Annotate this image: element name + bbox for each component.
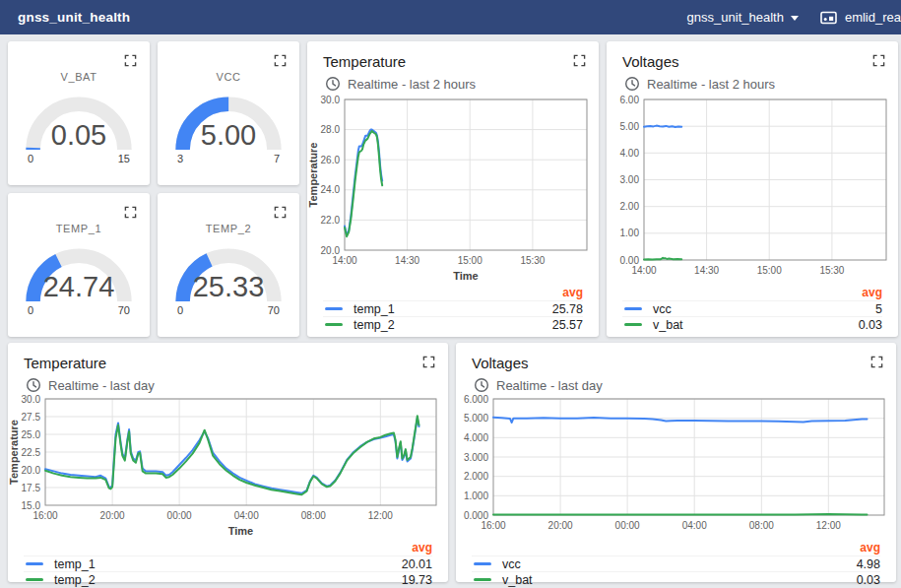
gauge-label: VCC bbox=[158, 71, 299, 83]
chart-subtitle: Realtime - last 2 hours bbox=[325, 76, 583, 92]
svg-text:3.000: 3.000 bbox=[464, 452, 488, 463]
svg-text:20:00: 20:00 bbox=[100, 510, 125, 521]
chart-subtitle-text: Realtime - last day bbox=[48, 378, 155, 393]
series-swatch bbox=[325, 323, 343, 326]
expand-icon[interactable] bbox=[274, 54, 287, 67]
svg-text:16:00: 16:00 bbox=[481, 520, 505, 531]
expand-icon[interactable] bbox=[872, 54, 885, 67]
series-name: temp_2 bbox=[354, 318, 552, 332]
svg-text:20.0: 20.0 bbox=[321, 245, 341, 256]
legend-row-temp_1[interactable]: temp_125.78 bbox=[323, 300, 583, 316]
svg-text:5.00: 5.00 bbox=[620, 121, 640, 132]
chart-canvas: 0.0001.0002.0003.0004.0005.0006.00016:00… bbox=[456, 393, 896, 541]
chart-plot-area: 15.017.520.022.525.027.530.016:0020:0000… bbox=[8, 393, 448, 541]
legend-avg-header: avg bbox=[24, 541, 432, 555]
svg-text:15:30: 15:30 bbox=[819, 265, 844, 276]
chart-card-temperature-2h: Temperature Realtime - last 2 hours 20.0… bbox=[307, 41, 599, 337]
svg-text:28.0: 28.0 bbox=[321, 124, 341, 135]
svg-text:08:00: 08:00 bbox=[301, 510, 326, 521]
chart-title: Voltages bbox=[472, 354, 880, 372]
expand-icon[interactable] bbox=[870, 356, 883, 368]
chart-subtitle: Realtime - last day bbox=[474, 377, 880, 393]
caret-down-icon bbox=[791, 16, 799, 21]
gauge-min: 0 bbox=[177, 304, 183, 316]
svg-text:1.000: 1.000 bbox=[464, 490, 488, 501]
svg-text:15:30: 15:30 bbox=[520, 255, 545, 266]
svg-text:Time: Time bbox=[228, 525, 253, 537]
chart-plot-area: 0.001.002.003.004.005.006.0014:0014:3015… bbox=[607, 92, 898, 286]
chart-legend: avgtemp_125.78temp_225.57 bbox=[307, 286, 599, 332]
gauge-value: 0.05 bbox=[8, 120, 150, 150]
expand-icon[interactable] bbox=[573, 54, 586, 67]
legend-row-vcc[interactable]: vcc4.98 bbox=[472, 555, 880, 571]
series-name: temp_2 bbox=[54, 573, 402, 587]
series-swatch bbox=[26, 562, 43, 565]
series-avg: 5 bbox=[875, 302, 882, 316]
chart-card-temperature-day: Temperature Realtime - last day 15.017.5… bbox=[8, 343, 448, 582]
svg-text:1.00: 1.00 bbox=[620, 228, 640, 238]
legend-row-temp_2[interactable]: temp_219.73 bbox=[24, 571, 432, 587]
series-avg: 19.73 bbox=[402, 573, 432, 587]
gauge-min: 0 bbox=[28, 153, 33, 164]
svg-text:6.000: 6.000 bbox=[464, 394, 488, 405]
svg-text:Temperature: Temperature bbox=[307, 143, 319, 208]
series-swatch bbox=[26, 578, 43, 581]
series-swatch bbox=[624, 323, 642, 326]
svg-text:25.0: 25.0 bbox=[22, 429, 41, 440]
legend-row-v_bat[interactable]: v_bat0.03 bbox=[622, 316, 882, 332]
svg-text:12:00: 12:00 bbox=[816, 520, 841, 531]
svg-text:Time: Time bbox=[453, 270, 478, 282]
gauge-min: 0 bbox=[28, 304, 33, 316]
gauge-minmax: 3 7 bbox=[177, 153, 280, 164]
gauge-value: 24.74 bbox=[8, 272, 150, 301]
series-swatch bbox=[624, 307, 642, 310]
chart-plot-area: 20.022.024.026.028.030.014:0014:3015:001… bbox=[307, 92, 599, 286]
device-selector-label: emlid_rea bbox=[845, 10, 901, 25]
svg-text:0.00: 0.00 bbox=[620, 255, 640, 266]
chart-title: Temperature bbox=[323, 52, 583, 71]
chart-canvas: 15.017.520.022.525.027.530.016:0020:0000… bbox=[8, 393, 448, 541]
svg-text:27.5: 27.5 bbox=[22, 412, 41, 423]
legend-row-temp_2[interactable]: temp_225.57 bbox=[323, 316, 583, 332]
chart-legend: avgvcc4.98v_bat0.03 bbox=[456, 541, 896, 587]
chart-card-voltages-day: Voltages Realtime - last day 0.0001.0002… bbox=[456, 343, 896, 582]
svg-text:14:30: 14:30 bbox=[395, 255, 419, 266]
chart-card-voltages-2h: Voltages Realtime - last 2 hours 0.001.0… bbox=[607, 41, 898, 337]
chart-legend: avgtemp_120.01temp_219.73 bbox=[8, 541, 448, 587]
gauge-minmax: 0 70 bbox=[28, 304, 130, 316]
series-name: temp_1 bbox=[354, 302, 552, 316]
legend-avg-header: avg bbox=[323, 286, 583, 300]
svg-text:00:00: 00:00 bbox=[167, 510, 192, 521]
svg-text:00:00: 00:00 bbox=[615, 520, 640, 531]
gauge-label: TEMP_1 bbox=[8, 223, 150, 234]
expand-icon[interactable] bbox=[124, 206, 137, 219]
clock-icon bbox=[325, 76, 341, 92]
chart-canvas: 0.001.002.003.004.005.006.0014:0014:3015… bbox=[607, 92, 898, 286]
chart-title: Temperature bbox=[24, 354, 432, 372]
chart-plot-area: 0.0001.0002.0003.0004.0005.0006.00016:00… bbox=[456, 393, 896, 541]
series-name: v_bat bbox=[502, 573, 857, 587]
gauge-card-vcc: VCC 5.00 3 7 bbox=[158, 41, 299, 185]
gauge-max: 15 bbox=[118, 153, 130, 164]
legend-row-v_bat[interactable]: v_bat0.03 bbox=[472, 571, 880, 587]
chart-subtitle-text: Realtime - last 2 hours bbox=[348, 77, 476, 92]
device-selector[interactable]: emlid_rea bbox=[820, 10, 901, 25]
dashboard-selector[interactable]: gnss_unit_health bbox=[687, 10, 799, 25]
legend-row-temp_1[interactable]: temp_120.01 bbox=[24, 555, 432, 571]
chart-subtitle-text: Realtime - last 2 hours bbox=[647, 77, 775, 92]
legend-row-vcc[interactable]: vcc5 bbox=[622, 300, 882, 316]
series-avg: 25.57 bbox=[552, 318, 583, 332]
device-icon bbox=[820, 11, 838, 25]
legend-avg-header: avg bbox=[622, 286, 882, 300]
svg-text:14:30: 14:30 bbox=[694, 265, 719, 276]
gauge-max: 7 bbox=[274, 153, 280, 164]
svg-text:26.0: 26.0 bbox=[321, 155, 341, 165]
page-title: gnss_unit_health bbox=[18, 10, 130, 25]
gauge-card-vbat: V_BAT 0.05 0 15 bbox=[8, 41, 150, 185]
chart-subtitle-text: Realtime - last day bbox=[496, 378, 603, 393]
expand-icon[interactable] bbox=[124, 54, 137, 67]
gauge-max: 70 bbox=[118, 304, 130, 316]
svg-text:24.0: 24.0 bbox=[321, 184, 341, 195]
expand-icon[interactable] bbox=[422, 356, 435, 368]
expand-icon[interactable] bbox=[274, 206, 287, 219]
